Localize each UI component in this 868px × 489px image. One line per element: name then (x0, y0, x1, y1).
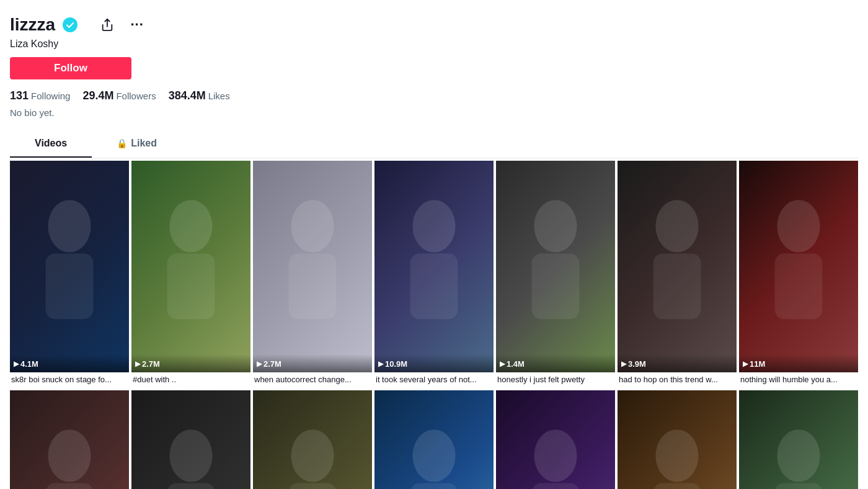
bio: No bio yet. (10, 107, 523, 118)
svg-point-20 (291, 429, 334, 482)
video-thumb-14[interactable] (739, 390, 858, 489)
video-item-4[interactable]: ▶ 10.9Mit took several years of not... (374, 161, 494, 385)
svg-point-6 (291, 200, 334, 252)
videos-grid-row2 (10, 388, 858, 489)
svg-point-18 (169, 429, 212, 482)
video-item-8[interactable] (10, 390, 129, 489)
video-caption-7: nothing will humble you a... (739, 372, 858, 385)
followers-label: Followers (116, 91, 156, 101)
svg-rect-7 (289, 254, 337, 320)
video-overlay-2: ▶ 2.7M (131, 354, 250, 372)
verified-icon (63, 17, 78, 32)
video-views-6: ▶ 3.9M (621, 359, 733, 369)
video-item-5[interactable]: ▶ 1.4Mhonestly i just felt pwetty (496, 161, 615, 385)
video-item-12[interactable] (496, 390, 615, 489)
play-icon-4: ▶ (378, 360, 383, 368)
tab-liked[interactable]: 🔒 Liked (92, 130, 182, 158)
video-item-2[interactable]: ▶ 2.7M#duet with .. (131, 161, 250, 385)
stats-row: 131 Following 29.4M Followers 384.4M Lik… (10, 89, 523, 102)
svg-point-4 (169, 200, 212, 252)
video-caption-5: honestly i just felt pwetty (496, 372, 615, 385)
video-thumb-5[interactable]: ▶ 1.4M (496, 161, 615, 372)
video-views-1: ▶ 4.1M (14, 359, 125, 369)
video-thumb-4[interactable]: ▶ 10.9M (374, 161, 494, 372)
play-icon-6: ▶ (621, 360, 626, 368)
likes-count: 384.4M (169, 89, 206, 102)
video-thumb-11[interactable] (374, 390, 494, 489)
svg-rect-19 (167, 483, 215, 489)
username: lizzza (10, 15, 55, 35)
svg-rect-9 (410, 254, 458, 320)
share-icon[interactable] (97, 15, 117, 35)
video-item-14[interactable] (739, 390, 858, 489)
following-count: 131 (10, 89, 29, 102)
lock-icon: 🔒 (117, 138, 127, 148)
svg-point-12 (655, 200, 698, 252)
followers-count: 29.4M (82, 89, 113, 102)
video-item-6[interactable]: ▶ 3.9Mhad to hop on this trend w... (618, 161, 737, 385)
content-wrapper: Videos 🔒 Liked ▶ 4.1Msk8r boi snuck on s… (0, 130, 868, 489)
svg-point-2 (48, 200, 91, 252)
profile-section: lizzza ··· Liza Koshy Follow 131 Followi… (0, 0, 533, 118)
play-icon-7: ▶ (743, 360, 748, 368)
video-caption-2: #duet with .. (131, 372, 250, 385)
play-icon-5: ▶ (500, 360, 505, 368)
video-item-9[interactable] (131, 390, 250, 489)
display-name: Liza Koshy (10, 38, 523, 50)
video-thumb-2[interactable]: ▶ 2.7M (131, 161, 250, 372)
video-item-10[interactable] (253, 390, 372, 489)
svg-rect-21 (289, 483, 337, 489)
tab-videos[interactable]: Videos (10, 130, 92, 158)
svg-rect-17 (46, 483, 94, 489)
tabs-row: Videos 🔒 Liked (10, 130, 858, 158)
svg-rect-3 (46, 254, 94, 320)
video-thumb-8[interactable] (10, 390, 129, 489)
video-overlay-7: ▶ 11M (739, 354, 858, 372)
likes-label: Likes (208, 91, 230, 101)
video-item-3[interactable]: ▶ 2.7Mwhen autocorrect change... (253, 161, 372, 385)
video-overlay-3: ▶ 2.7M (253, 354, 372, 372)
video-views-3: ▶ 2.7M (257, 359, 368, 369)
svg-point-26 (655, 429, 698, 482)
svg-rect-25 (532, 483, 580, 489)
svg-rect-11 (532, 254, 580, 320)
video-item-1[interactable]: ▶ 4.1Msk8r boi snuck on stage fo... (10, 161, 129, 385)
tab-videos-label: Videos (35, 138, 67, 149)
video-views-5: ▶ 1.4M (500, 359, 611, 369)
follow-button[interactable]: Follow (10, 57, 131, 79)
video-item-13[interactable] (618, 390, 737, 489)
video-thumb-9[interactable] (131, 390, 250, 489)
svg-rect-15 (775, 254, 823, 320)
video-overlay-5: ▶ 1.4M (496, 354, 615, 372)
video-thumb-10[interactable] (253, 390, 372, 489)
header-actions: ··· (97, 15, 147, 35)
video-overlay-1: ▶ 4.1M (10, 354, 129, 372)
play-icon-1: ▶ (14, 360, 19, 368)
video-caption-3: when autocorrect change... (253, 372, 372, 385)
svg-point-28 (777, 429, 820, 482)
stat-following[interactable]: 131 Following (10, 89, 70, 102)
video-thumb-6[interactable]: ▶ 3.9M (618, 161, 737, 372)
video-item-7[interactable]: ▶ 11Mnothing will humble you a... (739, 161, 858, 385)
svg-point-10 (534, 200, 577, 252)
svg-point-16 (48, 429, 91, 482)
video-thumb-7[interactable]: ▶ 11M (739, 161, 858, 372)
svg-point-24 (534, 429, 577, 482)
video-thumb-13[interactable] (618, 390, 737, 489)
video-overlay-6: ▶ 3.9M (618, 354, 737, 372)
stat-likes[interactable]: 384.4M Likes (169, 89, 230, 102)
svg-point-22 (412, 429, 455, 482)
video-thumb-12[interactable] (496, 390, 615, 489)
video-thumb-1[interactable]: ▶ 4.1M (10, 161, 129, 372)
svg-rect-13 (653, 254, 701, 320)
profile-header: lizzza ··· (10, 15, 523, 35)
more-options-icon[interactable]: ··· (127, 15, 147, 35)
videos-grid-row1: ▶ 4.1Msk8r boi snuck on stage fo...▶ 2.7… (10, 158, 858, 388)
svg-rect-27 (653, 483, 701, 489)
svg-rect-29 (775, 483, 823, 489)
stat-followers[interactable]: 29.4M Followers (82, 89, 156, 102)
video-thumb-3[interactable]: ▶ 2.7M (253, 161, 372, 372)
video-caption-6: had to hop on this trend w... (618, 372, 737, 385)
play-icon-3: ▶ (257, 360, 262, 368)
video-item-11[interactable] (374, 390, 494, 489)
